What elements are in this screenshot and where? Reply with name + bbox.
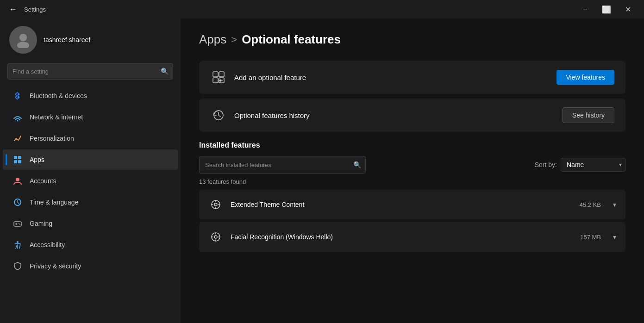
feature-chevron-icon: ▾ (613, 233, 616, 241)
main-content: Apps > Optional features Add an optional… (181, 19, 644, 323)
maximize-button[interactable]: ⬜ (596, 2, 617, 17)
sidebar-item-label: Gaming (30, 220, 52, 227)
svg-point-3 (15, 138, 17, 140)
sidebar-item-label: Accounts (30, 177, 56, 185)
breadcrumb-apps[interactable]: Apps (199, 32, 226, 47)
svg-point-1 (17, 42, 29, 48)
content-area: tashreef shareef 🔍 Bluetooth & devices (0, 19, 644, 323)
sidebar-item-accessibility[interactable]: Accessibility (3, 235, 178, 255)
feature-icon-facial-recognition (208, 230, 223, 244)
installed-features-title: Installed features (199, 141, 625, 149)
sort-label: Sort by: (535, 161, 557, 168)
add-feature-card: Add an optional feature View features (199, 61, 625, 94)
svg-point-2 (17, 120, 19, 122)
apps-icon (12, 154, 23, 165)
window-title: Settings (24, 6, 46, 13)
breadcrumb-current: Optional features (242, 32, 341, 47)
feature-chevron-icon: ▾ (613, 201, 616, 208)
sidebar-item-network[interactable]: Network & internet (3, 107, 178, 127)
privacy-icon (12, 261, 23, 272)
sidebar-item-label: Network & internet (30, 113, 83, 121)
sort-select[interactable]: Name Size Status (561, 158, 625, 172)
feature-icon-extended-theme (208, 197, 223, 212)
feature-item-extended-theme[interactable]: Extended Theme Content 45.2 KB ▾ (199, 190, 625, 219)
sidebar-item-label: Privacy & security (30, 262, 81, 270)
sort-area: Sort by: Name Size Status ▾ (535, 158, 625, 172)
svg-rect-7 (18, 160, 21, 163)
window-controls: − ⬜ ✕ (575, 2, 638, 17)
see-history-button[interactable]: See history (563, 107, 614, 123)
sidebar: tashreef shareef 🔍 Bluetooth & devices (0, 19, 181, 323)
search-input[interactable] (7, 63, 173, 80)
svg-point-8 (16, 178, 19, 181)
sidebar-search-box: 🔍 (7, 63, 173, 80)
accounts-icon (12, 175, 23, 186)
feature-name-extended-theme: Extended Theme Content (231, 201, 572, 208)
view-features-button[interactable]: View features (556, 70, 614, 85)
svg-point-13 (17, 241, 19, 243)
svg-point-0 (19, 34, 27, 41)
sort-select-wrapper: Name Size Status ▾ (561, 158, 625, 172)
gaming-icon (12, 218, 23, 229)
svg-rect-5 (18, 156, 21, 159)
svg-point-22 (214, 236, 217, 238)
feature-item-facial-recognition[interactable]: Facial Recognition (Windows Hello) 157 M… (199, 222, 625, 252)
feature-size-facial-recognition: 157 MB (580, 234, 601, 241)
search-features-box: 🔍 (199, 156, 366, 174)
username: tashreef shareef (44, 36, 90, 43)
network-icon (12, 112, 23, 123)
features-count: 13 features found (199, 178, 625, 185)
sidebar-item-gaming[interactable]: Gaming (3, 213, 178, 234)
history-card: Optional features history See history (199, 99, 625, 132)
svg-point-20 (214, 203, 217, 206)
svg-point-12 (19, 224, 20, 225)
sidebar-item-time[interactable]: Time & language (3, 192, 178, 212)
add-feature-label: Add an optional feature (234, 74, 549, 81)
breadcrumb-separator: > (231, 34, 237, 46)
sidebar-item-accounts[interactable]: Accounts (3, 171, 178, 191)
feature-name-facial-recognition: Facial Recognition (Windows Hello) (231, 233, 573, 241)
avatar (9, 26, 37, 54)
sidebar-item-label: Accessibility (30, 241, 65, 248)
bluetooth-icon (12, 90, 23, 101)
time-icon (12, 197, 23, 208)
minimize-button[interactable]: − (575, 2, 596, 17)
sidebar-item-personalization[interactable]: Personalization (3, 128, 178, 149)
search-features-input[interactable] (199, 156, 366, 174)
add-feature-icon (210, 69, 227, 86)
sidebar-item-privacy[interactable]: Privacy & security (3, 256, 178, 276)
feature-size-extended-theme: 45.2 KB (580, 201, 601, 208)
settings-window: ← Settings − ⬜ ✕ tashreef shareef 🔍 (0, 0, 644, 323)
back-button[interactable]: ← (6, 2, 20, 17)
sidebar-item-label: Time & language (30, 199, 78, 206)
sidebar-item-apps[interactable]: Apps (3, 149, 178, 170)
features-controls: 🔍 Sort by: Name Size Status ▾ (199, 156, 625, 174)
svg-rect-4 (14, 156, 17, 159)
accessibility-icon (12, 239, 23, 250)
close-button[interactable]: ✕ (617, 2, 638, 17)
sidebar-item-bluetooth[interactable]: Bluetooth & devices (3, 86, 178, 106)
personalization-icon (12, 133, 23, 144)
user-section: tashreef shareef (0, 19, 181, 63)
history-icon (210, 107, 227, 124)
breadcrumb: Apps > Optional features (199, 32, 625, 47)
svg-rect-15 (219, 72, 224, 77)
sidebar-item-label: Bluetooth & devices (30, 92, 87, 99)
search-features-icon: 🔍 (353, 161, 361, 168)
svg-point-11 (19, 223, 19, 224)
svg-rect-16 (213, 78, 218, 83)
titlebar: ← Settings − ⬜ ✕ (0, 0, 644, 19)
history-label: Optional features history (234, 112, 555, 119)
sidebar-item-label: Apps (30, 156, 44, 163)
svg-rect-14 (213, 72, 218, 77)
svg-rect-6 (14, 160, 17, 163)
sidebar-item-label: Personalization (30, 135, 74, 142)
